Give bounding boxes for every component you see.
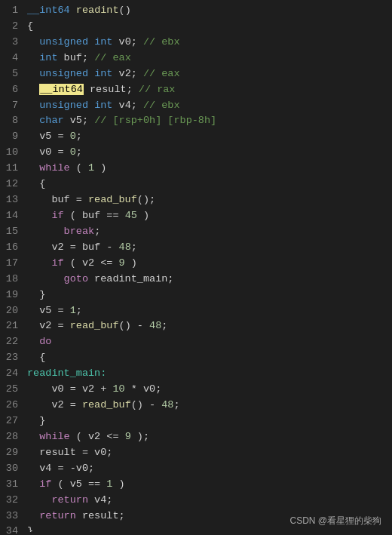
code-line: v2 = read_buf() - 48; [27,318,386,334]
line-number: 5 [5,66,18,82]
code-container: 1234567891011121314151617181920212223242… [0,0,392,535]
line-number: 24 [5,366,18,382]
code-line: do [27,334,386,350]
line-number: 29 [5,445,18,461]
line-numbers: 1234567891011121314151617181920212223242… [0,3,21,532]
line-number: 6 [5,82,18,98]
code-line: v5 = 1; [27,303,386,319]
line-number: 18 [5,272,18,287]
code-line: __int64 readint() [27,3,386,19]
watermark: CSDN @看星狸的柴狗 [289,515,381,527]
code-line: if ( buf == 45 ) [27,208,386,224]
code-line: while ( 1 ) [27,161,386,177]
line-number: 20 [5,303,18,319]
code-line: { [27,350,386,366]
code-area[interactable]: __int64 readint(){ unsigned int v0; // e… [21,3,392,532]
code-line: } [27,287,386,303]
line-number: 33 [5,509,18,524]
line-number: 17 [5,256,18,272]
line-number: 11 [5,161,18,177]
line-number: 13 [5,192,18,208]
line-number: 3 [5,35,18,51]
line-number: 19 [5,287,18,303]
line-number: 30 [5,461,18,477]
line-number: 16 [5,240,18,256]
code-line: { [27,19,386,35]
line-number: 8 [5,113,18,129]
line-number: 2 [5,19,18,35]
code-line: v0 = v2 + 10 * v0; [27,382,386,398]
code-line: if ( v2 <= 9 ) [27,256,386,272]
line-number: 7 [5,98,18,114]
line-number: 25 [5,382,18,398]
code-line: break; [27,224,386,240]
line-number: 27 [5,414,18,429]
code-line: v2 = read_buf() - 48; [27,398,386,414]
code-line: if ( v5 == 1 ) [27,477,386,493]
code-line: } [27,414,386,429]
line-number: 34 [5,524,18,535]
line-number: 9 [5,129,18,145]
line-number: 1 [5,3,18,19]
code-line: unsigned int v0; // ebx [27,35,386,51]
line-number: 23 [5,350,18,366]
line-number: 31 [5,477,18,493]
code-line: v0 = 0; [27,145,386,161]
line-number: 26 [5,398,18,414]
line-number: 12 [5,177,18,192]
code-line: return v4; [27,493,386,509]
code-line: while ( v2 <= 9 ); [27,429,386,445]
line-number: 4 [5,51,18,66]
line-number: 32 [5,493,18,509]
code-line: unsigned int v2; // eax [27,66,386,82]
code-line: v2 = buf - 48; [27,240,386,256]
line-number: 15 [5,224,18,240]
code-line: int buf; // eax [27,51,386,66]
code-line: { [27,177,386,192]
code-line: result = v0; [27,445,386,461]
line-number: 21 [5,318,18,334]
code-line: v5 = 0; [27,129,386,145]
code-line: unsigned int v4; // ebx [27,98,386,114]
code-line: buf = read_buf(); [27,192,386,208]
code-line: readint_main: [27,366,386,382]
code-line: goto readint_main; [27,272,386,287]
line-number: 28 [5,429,18,445]
code-line: __int64 result; // rax [27,82,386,98]
line-number: 14 [5,208,18,224]
code-line: v4 = -v0; [27,461,386,477]
line-number: 22 [5,334,18,350]
line-number: 10 [5,145,18,161]
code-line: char v5; // [rsp+0h] [rbp-8h] [27,113,386,129]
